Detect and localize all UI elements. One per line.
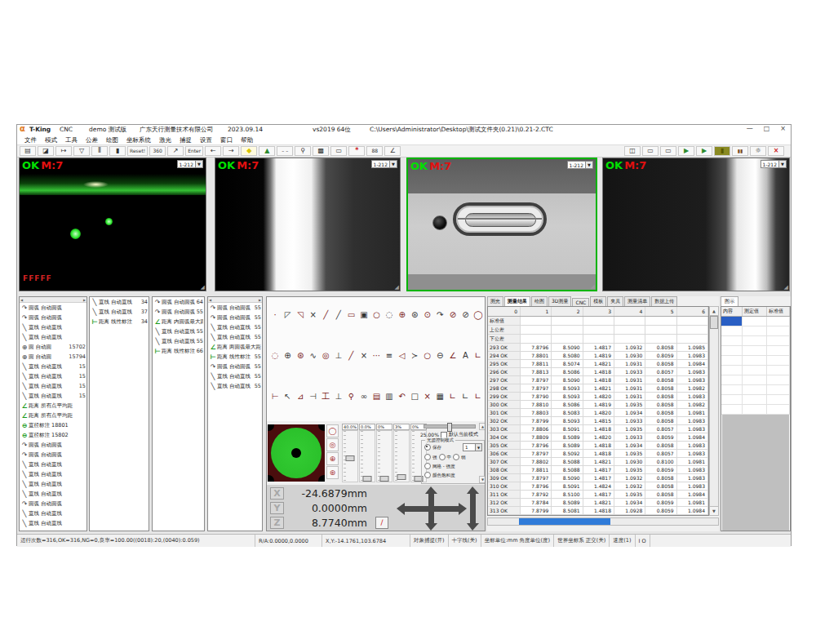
toolbar-button-b-button[interactable]: ▭ xyxy=(660,146,676,156)
menu-item[interactable]: 公差 xyxy=(82,136,102,144)
chevron-down-icon[interactable]: ▼ xyxy=(778,161,786,167)
results-tab[interactable]: 夹具 xyxy=(607,296,623,306)
measure-tool-icon[interactable]: ◯ xyxy=(472,309,484,321)
measure-tool-icon[interactable]: ▤ xyxy=(371,390,383,402)
results-tab[interactable]: 测量结果 xyxy=(504,296,530,306)
menu-item[interactable]: 工具 xyxy=(61,136,82,144)
feature-list-item[interactable]: ⊕圆自动圆15702 xyxy=(20,342,86,352)
result-row[interactable]: 309 OK7.87978.50901.48171.09320.80581.09… xyxy=(488,474,708,482)
feature-list-item[interactable]: ╲直线自动直线55 xyxy=(153,336,204,346)
feature-list-item[interactable]: ╲直线自动直线15 xyxy=(20,391,86,401)
feature-list-item[interactable]: ∠距离内圆弧最大距 xyxy=(153,317,204,326)
level-weak-radio[interactable] xyxy=(453,454,459,460)
feature-list-item[interactable]: ╲直线自动直线 xyxy=(20,332,86,342)
slider-thumb[interactable] xyxy=(363,476,372,482)
measure-tool-icon[interactable]: ↷ xyxy=(434,309,446,321)
jog-vertical-arrows[interactable] xyxy=(428,493,434,524)
feature-list-item[interactable]: ╲直线自动直线15 xyxy=(20,381,86,391)
toolbar-terrain-button[interactable]: ▲ xyxy=(259,146,275,156)
chevron-down-icon[interactable]: ▼ xyxy=(195,161,202,167)
feature-list-item[interactable]: ↷圆弧自动圆弧 xyxy=(20,313,86,322)
measure-tool-icon[interactable]: ○ xyxy=(422,349,433,362)
menu-item[interactable]: 模式 xyxy=(41,136,61,144)
toolbar-magnifier-button[interactable]: ⚲ xyxy=(295,146,311,156)
result-row[interactable]: 298 OK7.87978.50931.48211.09310.80581.09… xyxy=(488,384,708,393)
measure-tool-icon[interactable]: ⚲ xyxy=(345,390,357,402)
level-mid-radio[interactable] xyxy=(439,454,446,460)
detail-row[interactable] xyxy=(721,405,790,415)
feature-list-item[interactable]: ╲直线自动直线 xyxy=(20,322,86,332)
result-row[interactable]: 302 OK7.87998.50931.48151.09330.80581.09… xyxy=(488,417,708,425)
ring-light-widget[interactable] xyxy=(268,424,325,482)
feature-list-item[interactable]: ↷圆弧自动圆弧 xyxy=(20,450,86,460)
toolbar-button-a-button[interactable]: ▭ xyxy=(642,146,659,156)
measure-tool-icon[interactable]: ∞ xyxy=(358,390,370,402)
feature-list-item[interactable]: ⊕圆自动圆15794 xyxy=(20,352,86,362)
detail-row[interactable] xyxy=(721,336,790,346)
feature-list-item[interactable]: ↷圆弧自动圆弧55 xyxy=(208,362,262,371)
camera-view-2[interactable]: OKM:7 1-212▼ ◢ xyxy=(215,158,401,291)
toolbar-pattern-button[interactable]: ▩ xyxy=(313,146,329,156)
result-row[interactable]: 296 OK7.88138.50861.48181.09330.80571.09… xyxy=(488,368,708,376)
list-scrollbar[interactable]: ◀▶ xyxy=(20,297,86,303)
ring-mode-3-button[interactable]: ⊕ xyxy=(326,452,339,465)
result-row[interactable]: 306 OK7.87978.50921.48181.09350.80571.09… xyxy=(488,450,708,458)
feature-list-item[interactable]: ∠距离所有点平均距 xyxy=(20,401,86,411)
detail-row[interactable] xyxy=(721,356,790,366)
measure-tool-icon[interactable]: × xyxy=(422,390,433,402)
measure-tool-icon[interactable]: ⊕ xyxy=(397,309,408,321)
measure-tool-icon[interactable]: 工 xyxy=(320,390,331,402)
close-button[interactable]: × xyxy=(780,125,786,132)
measure-tool-icon[interactable]: ▥ xyxy=(384,390,395,402)
measure-tool-icon[interactable]: × xyxy=(308,309,319,321)
feature-list-item[interactable]: ⊖直径标注15802 xyxy=(20,430,86,440)
feature-list-item[interactable]: ⊖直径标注18801 xyxy=(20,420,86,430)
detail-row[interactable] xyxy=(721,346,790,356)
color-saturation-radio[interactable] xyxy=(424,472,431,478)
result-row[interactable]: 310 OK7.87968.50911.48241.09320.80581.09… xyxy=(488,482,708,491)
camera-view-1[interactable]: FFFFF OKM:7 1-212▼ ◢ xyxy=(19,158,206,291)
feature-list-item[interactable]: ↷圆弧自动圆弧 xyxy=(20,440,86,450)
measure-tool-icon[interactable]: ○ xyxy=(371,309,383,321)
toolbar-enter-button[interactable]: Enter xyxy=(185,146,203,156)
menu-item[interactable]: 文件 xyxy=(20,136,41,144)
save-radio[interactable] xyxy=(424,444,431,451)
measure-tool-icon[interactable]: ⊙ xyxy=(422,309,433,321)
menu-item[interactable]: 设置 xyxy=(196,136,216,144)
result-row[interactable]: 294 OK7.88018.50801.48191.09300.80591.09… xyxy=(488,352,708,360)
scroll-thumb[interactable] xyxy=(519,518,610,525)
feature-list-item[interactable]: ╲直线自动直线55 xyxy=(208,381,262,391)
result-row[interactable]: 311 OK7.87928.51001.48171.09350.80581.09… xyxy=(488,491,708,499)
light-panel-scrollbar[interactable]: ▲▼ xyxy=(479,423,485,483)
measure-tool-icon[interactable]: ⊛ xyxy=(409,309,420,321)
results-tab[interactable]: 测光 xyxy=(487,296,503,306)
toolbar-reset-button[interactable]: Reset! xyxy=(127,146,148,156)
ring-mode-1-button[interactable]: ◯ xyxy=(326,424,339,437)
result-row[interactable]: 297 OK7.87978.50901.48181.09310.80581.09… xyxy=(488,376,708,384)
camera-view-4[interactable]: OKM:7 1-212▼ ◢ xyxy=(602,158,790,291)
detail-row[interactable] xyxy=(721,317,790,326)
camera-1-select[interactable]: 1-212▼ xyxy=(177,160,203,168)
light-channel-slider[interactable]: 0% xyxy=(376,424,392,482)
menu-item[interactable]: 帮助 xyxy=(237,136,257,144)
jog-z-control[interactable] xyxy=(469,491,477,526)
table-hscrollbar[interactable] xyxy=(487,517,719,526)
measure-tool-icon[interactable]: ≡ xyxy=(384,349,395,362)
slider-thumb[interactable] xyxy=(346,455,355,461)
measure-tool-icon[interactable]: ◌ xyxy=(269,349,281,362)
detail-tab[interactable]: 图示 xyxy=(721,296,738,306)
feature-list-item[interactable]: ╲直线自动直线 xyxy=(20,460,86,469)
feature-list-item[interactable]: ╲直线自动直线 xyxy=(20,518,86,528)
camera-3-select[interactable]: 1-212▼ xyxy=(567,161,593,169)
feature-list-item[interactable]: ╲直线自动直线 xyxy=(20,509,86,518)
zero-z-button[interactable]: ∕ xyxy=(375,517,388,529)
measure-tool-icon[interactable]: ⊥ xyxy=(333,349,344,362)
result-row[interactable]: 308 OK7.88118.50881.48171.09350.80591.09… xyxy=(488,466,708,474)
results-tab[interactable]: 绘图 xyxy=(531,296,548,306)
measure-tool-icon[interactable]: ▭ xyxy=(345,309,357,321)
maximize-button[interactable]: □ xyxy=(764,125,770,132)
toolbar-rotate-360-button[interactable]: 360 xyxy=(149,146,166,156)
chevron-down-icon[interactable]: ▼ xyxy=(585,162,592,168)
level-strong-radio[interactable] xyxy=(424,454,431,460)
toolbar-settings-button[interactable]: ☼ xyxy=(750,146,766,156)
